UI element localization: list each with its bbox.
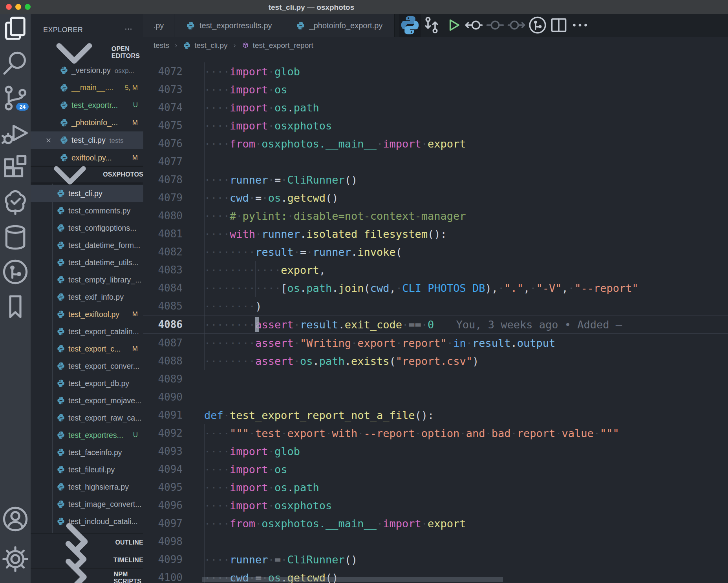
tree-item[interactable]: test_exiftool.pyM xyxy=(31,306,143,323)
line-number: 4072 xyxy=(143,66,183,77)
run-file-icon xyxy=(442,15,463,37)
code-line-4088[interactable]: 4088········assert·os.path.exists("repor… xyxy=(143,352,728,370)
code-line-4097[interactable]: 4097····from·osxphotos.__main__·import·e… xyxy=(143,514,728,532)
activity-database-icon[interactable] xyxy=(0,222,31,254)
code-line-4093[interactable]: 4093····import·glob xyxy=(143,442,728,460)
python-interpreter-button[interactable] xyxy=(399,14,421,38)
activity-files-icon[interactable] xyxy=(0,14,31,45)
tree-item[interactable]: test_datetime_form... xyxy=(31,237,143,254)
code-line-4084[interactable]: 4084············[os.path.join(cwd,·CLI_P… xyxy=(143,279,728,297)
code-line-4091[interactable]: 4091def·test_export_report_not_a_file(): xyxy=(143,406,728,424)
tree-item[interactable]: test_cli.py xyxy=(31,185,143,202)
minimize-window-button[interactable] xyxy=(15,4,21,10)
activity-run-debug-icon[interactable] xyxy=(0,118,31,149)
code-line-4086[interactable]: 4086········assert·result.exit_code·==·0… xyxy=(143,315,728,334)
code-line-4076[interactable]: 4076····from·osxphotos.__main__·import·e… xyxy=(143,135,728,153)
tree-item[interactable]: test_exportres...U xyxy=(31,426,143,444)
files-icon xyxy=(0,13,31,46)
file-name: test_export_raw_ca... xyxy=(68,414,141,423)
code-line-4087[interactable]: 4087········assert·"Writing·export·repor… xyxy=(143,334,728,352)
horizontal-scrollbar[interactable] xyxy=(202,577,503,582)
nav-back-icon[interactable] xyxy=(463,15,485,37)
tree-item[interactable]: test_export_db.py xyxy=(31,375,143,392)
project-section-header[interactable]: OSXPHOTOS xyxy=(31,166,143,182)
gitlens-icon[interactable] xyxy=(527,15,548,37)
python-file-icon xyxy=(57,431,65,439)
bookmarks-icon xyxy=(0,292,31,324)
file-name: test_exportr... xyxy=(71,101,118,110)
activity-account-icon[interactable] xyxy=(0,504,31,536)
tree-item[interactable]: test_configoptions... xyxy=(31,219,143,237)
code-line-4072[interactable]: 4072····import·glob xyxy=(143,62,728,80)
code-line-4081[interactable]: 4081····with·runner.isolated_filesystem(… xyxy=(143,225,728,243)
tree-item[interactable]: test_export_c...M xyxy=(31,340,143,357)
code-line-4078[interactable]: 4078····runner·=·CliRunner() xyxy=(143,171,728,189)
breadcrumb-item[interactable]: test_cli.py xyxy=(194,41,227,50)
activity-search-icon[interactable] xyxy=(0,49,31,80)
code-line-4090[interactable]: 4090 xyxy=(143,388,728,406)
scm-badge: 24 xyxy=(16,103,29,111)
tree-item[interactable]: test_export_conver... xyxy=(31,357,143,375)
code-line-4089[interactable]: 4089 xyxy=(143,370,728,388)
tree-item[interactable]: test_exif_info.py xyxy=(31,288,143,306)
breadcrumb-item[interactable]: tests xyxy=(154,41,169,50)
tree-item[interactable]: test_empty_library_... xyxy=(31,271,143,288)
python-file-icon xyxy=(57,379,65,388)
tab--py[interactable]: .py xyxy=(143,14,174,37)
code-line-4095[interactable]: 4095····import·os.path xyxy=(143,478,728,496)
breadcrumb-item[interactable]: test_export_report xyxy=(253,41,313,50)
panel-npm-scripts[interactable]: NPM SCRIPTS xyxy=(31,568,143,583)
code-line-4099[interactable]: 4099····runner·=·CliRunner() xyxy=(143,550,728,568)
tree-item[interactable]: test_export_raw_ca... xyxy=(31,409,143,426)
tree-item[interactable]: test_faceinfo.py xyxy=(31,444,143,461)
activity-extensions-icon[interactable] xyxy=(0,153,31,184)
split-editor-icon[interactable] xyxy=(548,15,569,37)
close-window-button[interactable] xyxy=(6,4,12,10)
tree-item[interactable]: test_comments.py xyxy=(31,202,143,219)
code-line-4098[interactable]: 4098 xyxy=(143,532,728,550)
activity-bookmarks-icon[interactable] xyxy=(0,292,31,323)
activity-gitlens-icon[interactable] xyxy=(0,257,31,288)
open-changes-icon[interactable] xyxy=(421,15,442,37)
nav-back-icon xyxy=(463,15,485,37)
tree-item[interactable]: test_datetime_utils... xyxy=(31,254,143,271)
line-number: 4094 xyxy=(143,463,183,475)
more-actions-icon[interactable] xyxy=(569,15,591,37)
tree-item[interactable]: test_highsierra.py xyxy=(31,478,143,496)
open-editor-item[interactable]: _version.pyosxp... xyxy=(31,62,143,79)
tree-item[interactable]: test_export_catalin... xyxy=(31,323,143,340)
tree-item[interactable]: test_fileutil.py xyxy=(31,461,143,478)
run-file-icon[interactable] xyxy=(442,15,463,37)
open-editor-item[interactable]: _photoinfo_...M xyxy=(31,114,143,131)
open-editor-item[interactable]: __main__....5, M xyxy=(31,79,143,97)
code-line-4079[interactable]: 4079····cwd·=·os.getcwd() xyxy=(143,189,728,207)
zoom-window-button[interactable] xyxy=(25,4,31,10)
tab-test_exportresults-py[interactable]: test_exportresults.py xyxy=(174,14,284,37)
code-line-4080[interactable]: 4080····#·pylint:·disable=not-context-ma… xyxy=(143,207,728,225)
code-line-4075[interactable]: 4075····import·osxphotos xyxy=(143,117,728,135)
code-line-4083[interactable]: 4083············export, xyxy=(143,261,728,279)
tree-item[interactable]: test_export_mojave... xyxy=(31,392,143,409)
python-logo xyxy=(399,14,421,38)
more-actions-icon[interactable] xyxy=(124,24,133,34)
tab-_photoinfo_export-py[interactable]: _photoinfo_export.py xyxy=(284,14,395,37)
code-line-4092[interactable]: 4092····"""·test·export·with·--report·op… xyxy=(143,424,728,442)
code-line-4074[interactable]: 4074····import·os.path xyxy=(143,98,728,117)
open-editor-item[interactable]: test_exportr...U xyxy=(31,97,143,114)
open-editors-section-header[interactable]: OPEN EDITORS xyxy=(31,43,143,62)
code-line-4077[interactable]: 4077 xyxy=(143,153,728,171)
line-number: 4100 xyxy=(143,572,183,583)
code-line-4094[interactable]: 4094····import·os xyxy=(143,460,728,478)
nav-forward-icon[interactable] xyxy=(506,15,527,37)
activity-settings-gear-icon[interactable] xyxy=(0,544,31,576)
code-line-4085[interactable]: 4085········) xyxy=(143,297,728,315)
code-line-4096[interactable]: 4096····import·osxphotos xyxy=(143,496,728,514)
nav-forward-icon xyxy=(506,15,527,37)
activity-todo-tree-icon[interactable] xyxy=(0,188,31,219)
activity-source-control-icon[interactable]: 24 xyxy=(0,83,31,115)
code-line-4082[interactable]: 4082········result·=·runner.invoke( xyxy=(143,243,728,261)
python-file-icon xyxy=(57,241,65,250)
code-line-4073[interactable]: 4073····import·os xyxy=(143,80,728,98)
code-editor[interactable]: 4072····import·glob4073····import·os4074… xyxy=(143,54,728,583)
nav-dot-icon[interactable] xyxy=(485,15,506,37)
